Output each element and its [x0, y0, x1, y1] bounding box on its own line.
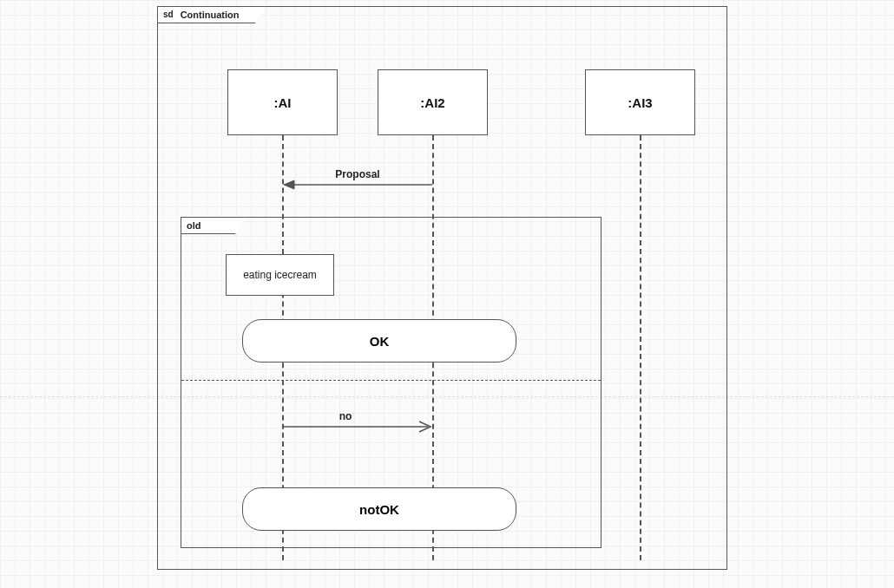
continuation-notok[interactable]: notOK [242, 487, 516, 531]
diagram-stage: sd Continuation :AI :AI2 :AI3 Proposal o… [0, 0, 894, 588]
lifeline-label: :AI [274, 95, 292, 110]
message-proposal-label: Proposal [335, 168, 379, 182]
sd-frame-tab: sd Continuation [157, 6, 266, 23]
state-label: eating icecream [243, 269, 317, 281]
lifeline-head-ai2[interactable]: :AI2 [378, 69, 488, 135]
frame-title-text: Continuation [181, 10, 240, 20]
fragment-operator-text: old [187, 221, 201, 231]
continuation-label: notOK [359, 502, 399, 517]
continuation-ok[interactable]: OK [242, 319, 516, 363]
continuation-label: OK [370, 334, 390, 349]
fragment-old-tab: old [181, 217, 246, 234]
frame-kind-text: sd [163, 10, 174, 19]
state-eating-icecream[interactable]: eating icecream [226, 254, 334, 296]
fragment-old-divider [181, 380, 601, 381]
lifeline-head-ai[interactable]: :AI [227, 69, 338, 135]
lifeline-ai3 [640, 135, 641, 560]
lifeline-head-ai3[interactable]: :AI3 [585, 69, 695, 135]
message-no-label: no [339, 410, 352, 424]
lifeline-label: :AI2 [420, 95, 444, 110]
lifeline-label: :AI3 [628, 95, 652, 110]
